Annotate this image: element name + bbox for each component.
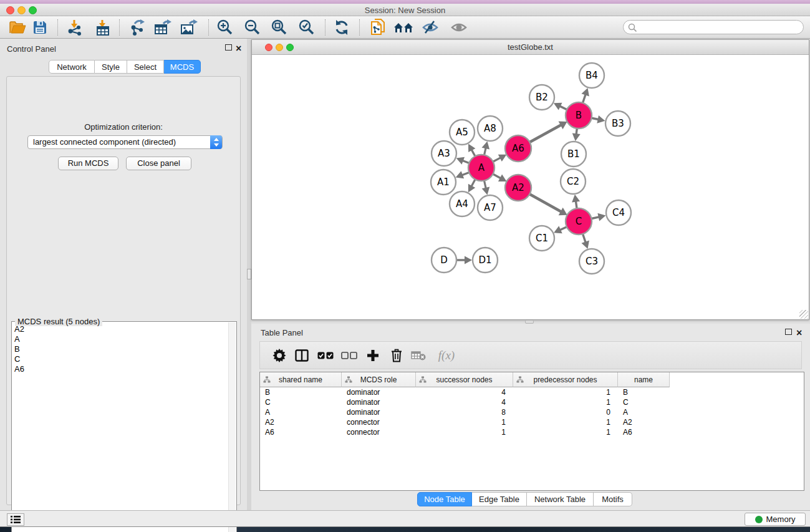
table-cell[interactable]: 1 bbox=[513, 387, 618, 397]
tab-network[interactable]: Network bbox=[49, 60, 95, 74]
table-cell[interactable]: B bbox=[260, 387, 342, 397]
table-cell[interactable]: 4 bbox=[416, 397, 513, 407]
column-header-name[interactable]: name bbox=[618, 372, 670, 387]
edge-C-C1[interactable] bbox=[560, 227, 567, 230]
open-session-icon[interactable] bbox=[7, 18, 27, 37]
show-graphics-details-icon[interactable] bbox=[449, 18, 469, 37]
zoom-in-icon[interactable] bbox=[215, 18, 235, 37]
first-neighbors-icon[interactable] bbox=[393, 18, 413, 37]
mcds-result-item[interactable]: A6 bbox=[13, 364, 228, 374]
function-builder-icon[interactable]: f(x) bbox=[433, 346, 460, 365]
table-row[interactable]: A6connector11A6 bbox=[260, 427, 804, 437]
panel-splitter-handle[interactable] bbox=[247, 269, 251, 279]
edge-B-B4[interactable] bbox=[583, 94, 586, 103]
edge-B-B2[interactable] bbox=[560, 106, 567, 110]
hide-graphics-details-icon[interactable] bbox=[420, 18, 440, 37]
mcds-result-item[interactable]: C bbox=[13, 354, 228, 364]
tab-node-table[interactable]: Node Table bbox=[417, 492, 472, 506]
task-history-button[interactable] bbox=[7, 513, 24, 526]
column-header-MCDS-role[interactable]: MCDS role bbox=[342, 372, 416, 387]
zoom-selected-icon[interactable] bbox=[297, 18, 317, 37]
tab-motifs[interactable]: Motifs bbox=[594, 492, 632, 506]
table-cell[interactable]: A6 bbox=[618, 427, 670, 437]
edge-C-C2[interactable] bbox=[576, 201, 577, 209]
float-panel-icon[interactable] bbox=[225, 44, 232, 51]
table-cell[interactable]: A6 bbox=[260, 427, 342, 437]
table-cell[interactable]: C bbox=[260, 397, 342, 407]
delete-column-icon[interactable] bbox=[387, 346, 406, 365]
table-cell[interactable]: 0 bbox=[513, 407, 618, 417]
table-cell[interactable]: B bbox=[618, 387, 670, 397]
criterion-dropdown[interactable]: largest connected component (directed) bbox=[27, 135, 223, 149]
table-cell[interactable]: dominator bbox=[342, 387, 416, 397]
tab-mcds[interactable]: MCDS bbox=[164, 60, 201, 74]
deselect-all-checkboxes-icon[interactable] bbox=[340, 346, 359, 365]
mcds-result-item[interactable]: B bbox=[13, 344, 228, 354]
delete-table-icon[interactable] bbox=[409, 346, 428, 365]
table-cell[interactable]: 1 bbox=[513, 427, 618, 437]
edge-A-A8[interactable] bbox=[485, 148, 486, 155]
table-cell[interactable]: 1 bbox=[513, 417, 618, 427]
table-cell[interactable]: 1 bbox=[513, 397, 618, 407]
edge-A-A7[interactable] bbox=[484, 181, 486, 188]
edge-C-C3[interactable] bbox=[583, 234, 586, 243]
mcds-result-item[interactable]: A2 bbox=[13, 324, 228, 334]
table-options-gear-icon[interactable] bbox=[270, 346, 289, 365]
table-cell[interactable]: 8 bbox=[416, 407, 513, 417]
close-panel-icon[interactable]: × bbox=[236, 46, 241, 52]
edge-A2-C[interactable] bbox=[529, 194, 561, 211]
edge-C-C4[interactable] bbox=[592, 217, 599, 219]
table-cell[interactable]: dominator bbox=[342, 407, 416, 417]
save-session-icon[interactable] bbox=[30, 18, 50, 37]
tab-edge-table[interactable]: Edge Table bbox=[472, 492, 527, 506]
search-input[interactable] bbox=[640, 21, 799, 33]
tab-network-table[interactable]: Network Table bbox=[527, 492, 594, 506]
edge-A-A6[interactable] bbox=[493, 158, 501, 162]
edge-A-A5[interactable] bbox=[471, 150, 475, 156]
float-table-panel-icon[interactable] bbox=[785, 329, 792, 335]
edge-A6-B[interactable] bbox=[529, 125, 561, 142]
table-row[interactable]: Adominator80A bbox=[260, 407, 804, 417]
edge-B-B3[interactable] bbox=[592, 118, 599, 119]
edge-A-A3[interactable] bbox=[463, 160, 470, 163]
tab-select[interactable]: Select bbox=[127, 60, 164, 74]
table-cell[interactable]: connector bbox=[342, 427, 416, 437]
edge-B-B1[interactable] bbox=[576, 128, 577, 134]
table-cell[interactable]: 1 bbox=[416, 427, 513, 437]
table-row[interactable]: Bdominator41B bbox=[260, 387, 804, 397]
export-table-icon[interactable] bbox=[153, 18, 173, 37]
refresh-network-view-icon[interactable] bbox=[332, 18, 352, 37]
zoom-out-icon[interactable] bbox=[243, 18, 263, 37]
mcds-result-item[interactable]: A bbox=[13, 334, 228, 344]
table-cell[interactable]: dominator bbox=[342, 397, 416, 407]
table-cell[interactable]: 4 bbox=[416, 387, 513, 397]
close-table-panel-icon[interactable]: × bbox=[796, 330, 802, 336]
import-table-icon[interactable] bbox=[93, 18, 113, 37]
memory-button[interactable]: Memory bbox=[745, 513, 806, 526]
export-network-icon[interactable] bbox=[127, 18, 147, 37]
edge-A-A4[interactable] bbox=[471, 180, 475, 186]
window-resize-grip[interactable] bbox=[799, 310, 808, 319]
column-view-icon[interactable] bbox=[292, 346, 311, 365]
table-cell[interactable]: 1 bbox=[416, 417, 513, 427]
close-panel-button[interactable]: Close panel bbox=[126, 157, 191, 170]
create-column-icon[interactable] bbox=[364, 346, 382, 365]
table-cell[interactable]: A2 bbox=[618, 417, 670, 427]
edge-A-A1[interactable] bbox=[462, 172, 469, 175]
zoom-fit-icon[interactable] bbox=[269, 18, 289, 37]
tab-style[interactable]: Style bbox=[95, 60, 127, 74]
table-cell[interactable]: A bbox=[618, 407, 670, 417]
column-header-successor-nodes[interactable]: successor nodes bbox=[416, 372, 513, 387]
table-row[interactable]: A2connector11A2 bbox=[260, 417, 804, 427]
table-row[interactable]: Cdominator41C bbox=[260, 397, 804, 407]
import-network-icon[interactable] bbox=[65, 18, 85, 37]
column-header-predecessor-nodes[interactable]: predecessor nodes bbox=[513, 372, 618, 387]
select-all-checkboxes-icon[interactable] bbox=[316, 346, 335, 365]
run-mcds-button[interactable]: Run MCDS bbox=[58, 157, 118, 170]
column-header-shared-name[interactable]: shared name bbox=[260, 372, 342, 387]
table-cell[interactable]: C bbox=[618, 397, 670, 407]
new-network-from-selection-icon[interactable] bbox=[367, 18, 387, 37]
table-cell[interactable]: A bbox=[260, 407, 342, 417]
edge-A-A2[interactable] bbox=[493, 174, 500, 178]
network-graph-canvas[interactable]: B4B2BB3A8A5A6B1A3AC2A1A2A4A7C4CC1C3DD1 bbox=[252, 55, 809, 319]
